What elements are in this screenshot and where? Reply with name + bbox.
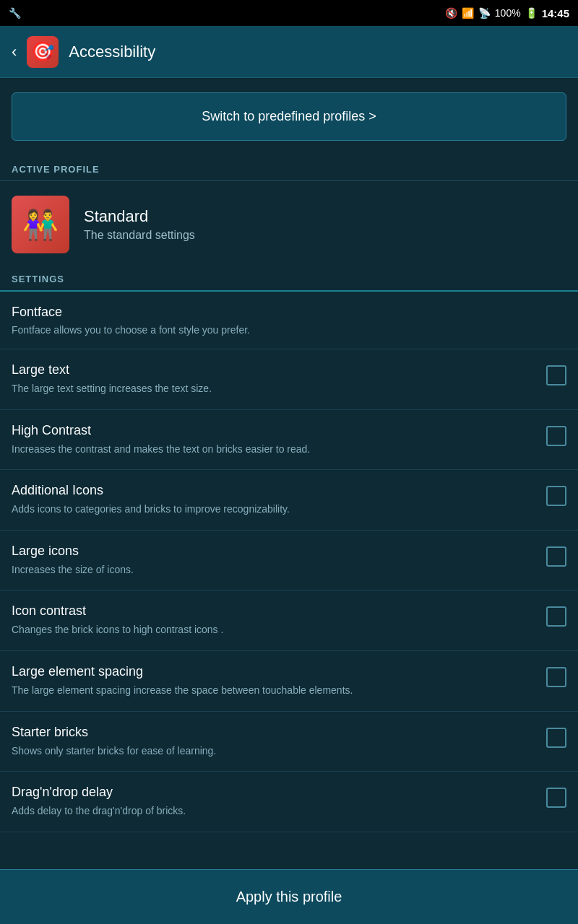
- status-bar-left: 🔧: [9, 7, 24, 19]
- fontface-description: Fontface allows you to choose a font sty…: [12, 324, 566, 336]
- icon-contrast-description: Changes the brick icons to high contrast…: [12, 623, 535, 637]
- battery-icon: 🔋: [525, 7, 538, 19]
- profile-description: The standard settings: [84, 229, 195, 242]
- starter-bricks-content: Starter bricks Shows only starter bricks…: [12, 725, 546, 759]
- app-bar: ‹ 🎯 Accessibility: [0, 26, 578, 78]
- status-bar: 🔧 🔇 📶 📡 100% 🔋 14:45: [0, 0, 578, 26]
- mute-icon: 🔇: [445, 7, 457, 19]
- large-text-setting[interactable]: Large text The large text setting increa…: [0, 349, 578, 410]
- fontface-setting[interactable]: Fontface Fontface allows you to choose a…: [0, 292, 578, 349]
- additional-icons-title: Additional Icons: [12, 483, 535, 498]
- back-button[interactable]: ‹: [12, 43, 17, 61]
- icon-contrast-title: Icon contrast: [12, 603, 535, 619]
- starter-bricks-checkbox[interactable]: [546, 728, 566, 748]
- dragndrop-delay-setting[interactable]: Drag'n'drop delay Adds delay to the drag…: [0, 772, 578, 832]
- large-element-spacing-title: Large element spacing: [12, 664, 535, 679]
- high-contrast-description: Increases the contrast and makes the tex…: [12, 443, 535, 457]
- additional-icons-content: Additional Icons Adds icons to categorie…: [12, 483, 546, 517]
- dragndrop-delay-checkbox[interactable]: [546, 788, 566, 808]
- high-contrast-checkbox[interactable]: [546, 426, 566, 446]
- starter-bricks-setting[interactable]: Starter bricks Shows only starter bricks…: [0, 712, 578, 772]
- avatar: 👫: [12, 196, 69, 253]
- large-icons-setting[interactable]: Large icons Increases the size of icons.: [0, 531, 578, 591]
- profile-info: Standard The standard settings: [84, 207, 195, 242]
- avatar-emoji: 👫: [22, 208, 59, 242]
- large-element-spacing-setting[interactable]: Large element spacing The large element …: [0, 651, 578, 712]
- large-text-checkbox[interactable]: [546, 365, 566, 385]
- active-profile-section-label: ACTIVE PROFILE: [0, 155, 578, 181]
- large-element-spacing-content: Large element spacing The large element …: [12, 664, 546, 698]
- large-icons-description: Increases the size of icons.: [12, 563, 535, 578]
- large-icons-content: Large icons Increases the size of icons.: [12, 544, 546, 578]
- apply-profile-button[interactable]: Apply this profile: [0, 869, 578, 924]
- additional-icons-description: Adds icons to categories and bricks to i…: [12, 502, 535, 517]
- main-content: Switch to predefined profiles > ACTIVE P…: [0, 78, 578, 869]
- large-element-spacing-checkbox[interactable]: [546, 667, 566, 687]
- large-icons-checkbox[interactable]: [546, 546, 566, 567]
- signal-icon: 📡: [478, 7, 491, 19]
- icon-contrast-setting[interactable]: Icon contrast Changes the brick icons to…: [0, 590, 578, 651]
- large-icons-title: Large icons: [12, 544, 535, 559]
- profile-name: Standard: [84, 207, 195, 226]
- additional-icons-setting[interactable]: Additional Icons Adds icons to categorie…: [0, 470, 578, 531]
- large-text-content: Large text The large text setting increa…: [12, 362, 546, 396]
- additional-icons-checkbox[interactable]: [546, 486, 566, 506]
- dragndrop-delay-title: Drag'n'drop delay: [12, 785, 535, 800]
- battery-percentage: 100%: [495, 7, 521, 19]
- large-element-spacing-description: The large element spacing increase the s…: [12, 684, 535, 698]
- page-title: Accessibility: [69, 43, 155, 61]
- large-text-description: The large text setting increases the tex…: [12, 382, 535, 396]
- high-contrast-content: High Contrast Increases the contrast and…: [12, 423, 546, 457]
- app-icon: 🎯: [27, 36, 59, 68]
- wifi-icon: 📶: [462, 7, 474, 19]
- icon-contrast-content: Icon contrast Changes the brick icons to…: [12, 603, 546, 637]
- starter-bricks-title: Starter bricks: [12, 725, 535, 740]
- icon-contrast-checkbox[interactable]: [546, 606, 566, 627]
- fontface-title: Fontface: [12, 305, 566, 320]
- switch-profiles-button[interactable]: Switch to predefined profiles >: [12, 92, 566, 141]
- dragndrop-delay-description: Adds delay to the drag'n'drop of bricks.: [12, 804, 535, 819]
- large-text-title: Large text: [12, 362, 535, 378]
- settings-section-label: SETTINGS: [0, 268, 578, 292]
- status-time: 14:45: [542, 7, 569, 19]
- wrench-icon: 🔧: [9, 7, 21, 19]
- dragndrop-delay-content: Drag'n'drop delay Adds delay to the drag…: [12, 785, 546, 819]
- high-contrast-title: High Contrast: [12, 423, 535, 438]
- status-bar-right: 🔇 📶 📡 100% 🔋 14:45: [445, 7, 569, 19]
- app-icon-emoji: 🎯: [31, 40, 54, 63]
- starter-bricks-description: Shows only starter bricks for ease of le…: [12, 744, 535, 759]
- high-contrast-setting[interactable]: High Contrast Increases the contrast and…: [0, 410, 578, 471]
- profile-card: 👫 Standard The standard settings: [0, 181, 578, 268]
